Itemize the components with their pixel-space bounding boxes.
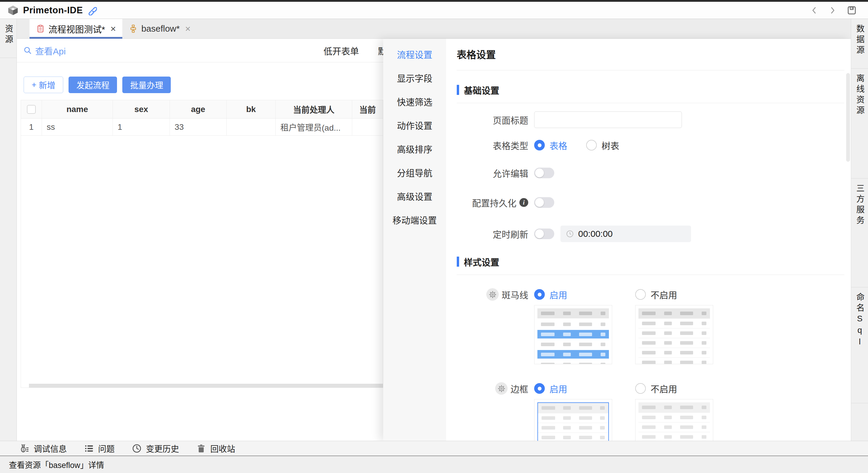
link-icon[interactable] xyxy=(87,5,97,16)
low-code-form-button[interactable]: 低开表单 xyxy=(323,44,359,57)
document-icon xyxy=(36,24,45,33)
forward-chevron-icon[interactable] xyxy=(829,6,837,14)
radio-unselected-icon[interactable] xyxy=(635,383,646,394)
view-api-label: 查看Api xyxy=(35,44,66,57)
col-current[interactable]: 当前 xyxy=(352,100,383,118)
refresh-time-value: 00:00:00 xyxy=(578,229,613,239)
info-icon[interactable]: i xyxy=(519,198,528,207)
border-row: 边框 启用 不启用 xyxy=(457,382,844,395)
resources-label: 资源 xyxy=(2,24,14,58)
style-settings-header: 样式设置 xyxy=(457,255,844,268)
allow-edit-label: 允许编辑 xyxy=(457,167,528,179)
status-bar: 查看资源「baseflow」详情 xyxy=(0,455,868,473)
app-logo-cube-icon xyxy=(7,4,19,16)
col-current-handler[interactable]: 当前处理人 xyxy=(276,100,352,118)
allow-edit-row: 允许编辑 xyxy=(457,167,844,179)
action-button-row: + 新增 发起流程 批量办理 xyxy=(24,77,171,93)
radio-unselected-icon[interactable] xyxy=(586,140,597,150)
sidebar-item-resources[interactable]: 资源 xyxy=(0,19,17,58)
problems-button[interactable]: 问题 xyxy=(84,443,115,454)
sidebar-item-named-sql[interactable]: 命名Sql xyxy=(851,287,868,403)
drawer-scrollbar[interactable] xyxy=(846,73,850,162)
tab-label: 流程视图测试* xyxy=(49,22,105,35)
persist-toggle[interactable] xyxy=(534,197,554,208)
page-title-row: 页面标题 xyxy=(457,112,844,128)
border-enable-option[interactable]: 启用 xyxy=(534,382,635,395)
timed-refresh-label: 定时刷新 xyxy=(457,227,528,240)
zebra-disabled-preview[interactable] xyxy=(635,305,713,364)
add-button[interactable]: + 新增 xyxy=(24,77,63,93)
menu-item-flow-settings[interactable]: 流程设置 xyxy=(383,42,446,66)
recycle-bin-button[interactable]: 回收站 xyxy=(196,443,235,454)
menu-item-advanced-settings[interactable]: 高级设置 xyxy=(383,184,446,208)
col-name[interactable]: name xyxy=(42,100,113,118)
select-all-cell xyxy=(21,100,42,118)
timed-refresh-toggle[interactable] xyxy=(534,229,554,239)
zebra-row: 斑马线 启用 不启用 xyxy=(457,288,844,301)
table-row[interactable]: 1 ss 1 33 租户管理员(ad... xyxy=(21,119,383,136)
border-enabled-preview[interactable] xyxy=(534,399,612,441)
menu-item-action-settings[interactable]: 动作设置 xyxy=(383,113,446,137)
border-disabled-preview[interactable] xyxy=(635,399,713,441)
border-disable-option[interactable]: 不启用 xyxy=(635,382,736,395)
left-sidebar: 资源 xyxy=(0,19,17,441)
zebra-enabled-preview[interactable] xyxy=(534,305,612,364)
menu-item-mobile-settings[interactable]: 移动端设置 xyxy=(383,208,446,232)
persist-row: 配置持久化 i xyxy=(457,196,844,209)
save-icon[interactable] xyxy=(847,5,857,16)
row-num-cell: 1 xyxy=(21,119,42,136)
status-text: 查看资源「baseflow」详情 xyxy=(9,459,104,470)
zebra-enable-option[interactable]: 启用 xyxy=(534,288,635,301)
sidebar-item-data-sources[interactable]: 数据源 xyxy=(851,19,868,68)
persist-label: 配置持久化 xyxy=(472,196,517,209)
handler-cell: 租户管理员(ad... xyxy=(276,119,352,136)
option-table[interactable]: 表格 xyxy=(534,139,586,152)
close-icon[interactable]: × xyxy=(111,24,116,33)
timed-refresh-row: 定时刷新 00:00:00 xyxy=(457,226,844,242)
start-flow-button[interactable]: 发起流程 xyxy=(68,77,117,93)
radio-selected-icon[interactable] xyxy=(534,140,545,150)
col-age[interactable]: age xyxy=(170,100,226,118)
radio-unselected-icon[interactable] xyxy=(635,289,646,300)
back-chevron-icon[interactable] xyxy=(810,6,818,14)
batch-handle-button[interactable]: 批量办理 xyxy=(122,77,171,93)
debug-info-button[interactable]: 调试信息 xyxy=(20,443,67,454)
bottom-toolbar: 调试信息 问题 变更历史 xyxy=(0,441,868,455)
gear-icon[interactable] xyxy=(495,382,507,395)
data-table: name sex age bk 当前处理人 当前 1 ss 1 33 租户管理员… xyxy=(21,100,383,388)
tab-flow-view-test[interactable]: 流程视图测试* × xyxy=(30,19,122,38)
history-clock-icon xyxy=(132,443,142,453)
editor-tab-bar: 流程视图测试* × baseflow* × xyxy=(17,19,851,39)
select-all-checkbox[interactable] xyxy=(27,105,36,114)
drawer-title: 表格设置 xyxy=(457,47,844,61)
page-title-input[interactable] xyxy=(534,112,682,128)
bug-icon xyxy=(20,443,30,453)
editor-area: 流程视图测试* × baseflow* × xyxy=(17,19,851,441)
tab-baseflow[interactable]: baseflow* × xyxy=(122,19,197,38)
right-sidebar: 数据源 离线资源 三方服务 命名Sql xyxy=(851,19,868,441)
menu-item-quick-filter[interactable]: 快速筛选 xyxy=(383,90,446,113)
refresh-time-input[interactable]: 00:00:00 xyxy=(560,226,691,242)
table-type-row: 表格类型 表格 树表 xyxy=(457,139,844,152)
plus-icon: + xyxy=(32,80,36,90)
drawer-body: 表格设置 基础设置 页面标题 表格类型 xyxy=(446,39,851,441)
sidebar-item-offline-resources[interactable]: 离线资源 xyxy=(851,68,868,179)
col-sex[interactable]: sex xyxy=(113,100,170,118)
option-tree-table[interactable]: 树表 xyxy=(586,139,687,152)
menu-item-display-fields[interactable]: 显示字段 xyxy=(383,66,446,90)
view-api-link[interactable]: 查看Api xyxy=(23,44,66,57)
sidebar-item-third-party-services[interactable]: 三方服务 xyxy=(851,179,868,287)
gear-icon[interactable] xyxy=(486,288,499,301)
close-icon[interactable]: × xyxy=(185,24,191,33)
page-title-label: 页面标题 xyxy=(457,113,528,126)
zebra-disable-option[interactable]: 不启用 xyxy=(635,288,736,301)
allow-edit-toggle[interactable] xyxy=(534,168,554,178)
change-history-button[interactable]: 变更历史 xyxy=(132,443,179,454)
menu-item-advanced-sort[interactable]: 高级排序 xyxy=(383,137,446,160)
workspace: 资源 流程视图测试* × xyxy=(0,19,868,441)
radio-selected-icon[interactable] xyxy=(534,383,545,394)
radio-selected-icon[interactable] xyxy=(534,289,545,300)
col-bk[interactable]: bk xyxy=(226,100,276,118)
menu-item-group-nav[interactable]: 分组导航 xyxy=(383,160,446,184)
horizontal-scrollbar[interactable] xyxy=(29,384,383,388)
